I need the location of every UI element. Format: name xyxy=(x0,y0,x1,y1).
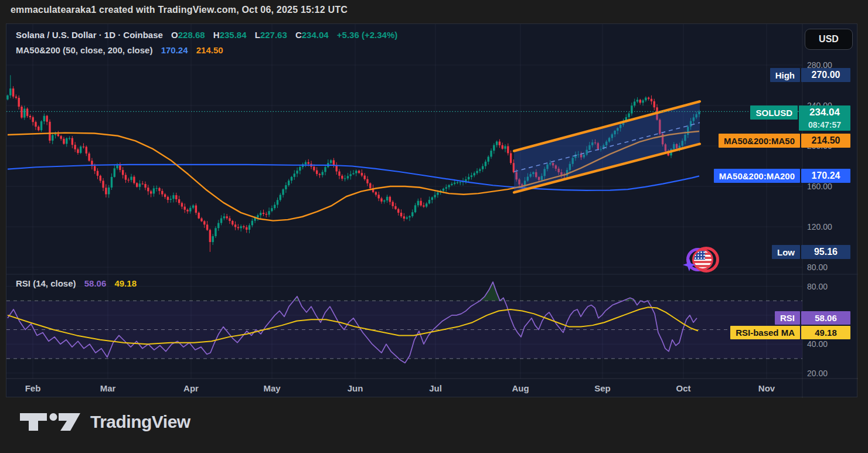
low-price-badge: Low 95.16 xyxy=(772,245,850,259)
ma200-badge-label: MA50&200:MA200 xyxy=(714,169,800,183)
rsi-ma-value-badge: RSI-based MA 49.18 xyxy=(730,326,850,339)
high-badge-label: High xyxy=(770,68,800,82)
time-axis-labels[interactable]: FebMarAprMayJunJulAugSepOctNov xyxy=(25,383,775,393)
rsi-pane xyxy=(6,282,802,363)
rsi-ma-badge-value: 49.18 xyxy=(801,326,850,339)
chart-panel: 280.00240.00200.00160.00120.0080.0080.00… xyxy=(6,23,857,397)
currency-toggle-button[interactable]: USD xyxy=(805,29,853,50)
us-flag-sticker xyxy=(682,246,724,276)
rsi-badge-label: RSI xyxy=(775,311,800,325)
parallel-channel-drawing[interactable] xyxy=(514,101,700,192)
chart-canvas[interactable]: 280.00240.00200.00160.00120.0080.0080.00… xyxy=(6,24,858,398)
close-value: 234.04 xyxy=(302,30,329,40)
us-flag-icon xyxy=(692,249,713,270)
change-value: +5.36 (+2.34%) xyxy=(337,30,397,40)
symbol-badge-label: SOLUSD xyxy=(750,105,798,120)
rsi-ma-badge-label: RSI-based MA xyxy=(730,326,800,339)
svg-text:Oct: Oct xyxy=(676,383,690,393)
ma200-legend-value: 170.24 xyxy=(161,45,188,55)
countdown-timer: 08:47:57 xyxy=(799,119,850,131)
rsi-value-badge: RSI 58.06 xyxy=(775,311,850,325)
svg-text:160.00: 160.00 xyxy=(807,182,832,191)
footer-bar: TradingView xyxy=(0,397,868,453)
high-badge-value: 270.00 xyxy=(801,68,850,82)
svg-text:Aug: Aug xyxy=(512,383,529,393)
rsi-ma-legend-value: 49.18 xyxy=(114,278,137,288)
svg-text:40.00: 40.00 xyxy=(807,339,828,349)
svg-text:Apr: Apr xyxy=(183,383,199,393)
open-label: O xyxy=(171,30,178,40)
low-label: L xyxy=(255,30,260,40)
last-price-badge: SOLUSD 234.04 08:47:57 xyxy=(750,105,850,131)
high-value: 235.84 xyxy=(220,30,247,40)
high-label: H xyxy=(213,30,220,40)
symbol-title: Solana / U.S. Dollar · 1D · Coinbase xyxy=(16,30,163,40)
ma-indicator-legend[interactable]: MA50&200 (50, close, 200, close) 170.24 … xyxy=(16,45,223,55)
open-value: 228.68 xyxy=(178,30,205,40)
low-value: 227.63 xyxy=(260,30,287,40)
rsi-badge-value: 58.06 xyxy=(801,311,850,325)
price-pane xyxy=(6,75,802,252)
ma50-badge-value: 214.50 xyxy=(801,134,850,148)
price-axis-labels: 280.00240.00200.00160.00120.0080.00 xyxy=(807,60,832,272)
low-badge-value: 95.16 xyxy=(801,245,850,259)
rsi-indicator-legend[interactable]: RSI (14, close) 58.06 49.18 xyxy=(16,278,137,288)
tradingview-logo-icon xyxy=(20,410,82,434)
ma50-legend-value: 214.50 xyxy=(196,45,223,55)
ma200-badge-value: 170.24 xyxy=(801,169,850,183)
svg-text:Nov: Nov xyxy=(758,383,775,393)
tradingview-logo: TradingView xyxy=(20,410,190,434)
svg-text:Mar: Mar xyxy=(100,383,116,393)
attribution-text: emmaculatearaka1 created with TradingVie… xyxy=(11,5,348,15)
ma-indicator-title: MA50&200 (50, close, 200, close) xyxy=(16,45,152,55)
close-label: C xyxy=(295,30,302,40)
rsi-legend-value: 58.06 xyxy=(84,278,107,288)
svg-text:Jun: Jun xyxy=(348,383,363,393)
tradingview-brand-text: TradingView xyxy=(90,412,190,432)
rsi-indicator-title: RSI (14, close) xyxy=(16,278,76,288)
low-badge-label: Low xyxy=(772,245,800,259)
svg-text:80.00: 80.00 xyxy=(807,263,828,272)
svg-text:Sep: Sep xyxy=(594,383,611,393)
symbol-legend[interactable]: Solana / U.S. Dollar · 1D · Coinbase O22… xyxy=(16,30,397,40)
svg-text:20.00: 20.00 xyxy=(807,369,828,378)
svg-text:Jul: Jul xyxy=(429,383,442,393)
ma50-price-badge: MA50&200:MA50 214.50 xyxy=(719,134,850,148)
svg-text:May: May xyxy=(263,383,281,393)
ma50-badge-label: MA50&200:MA50 xyxy=(719,134,800,148)
ma200-price-badge: MA50&200:MA200 170.24 xyxy=(714,169,850,183)
high-price-badge: High 270.00 xyxy=(770,68,850,82)
svg-text:120.00: 120.00 xyxy=(807,222,832,231)
svg-text:Feb: Feb xyxy=(25,383,41,393)
svg-text:80.00: 80.00 xyxy=(807,282,828,291)
last-price-value: 234.04 xyxy=(799,105,850,119)
